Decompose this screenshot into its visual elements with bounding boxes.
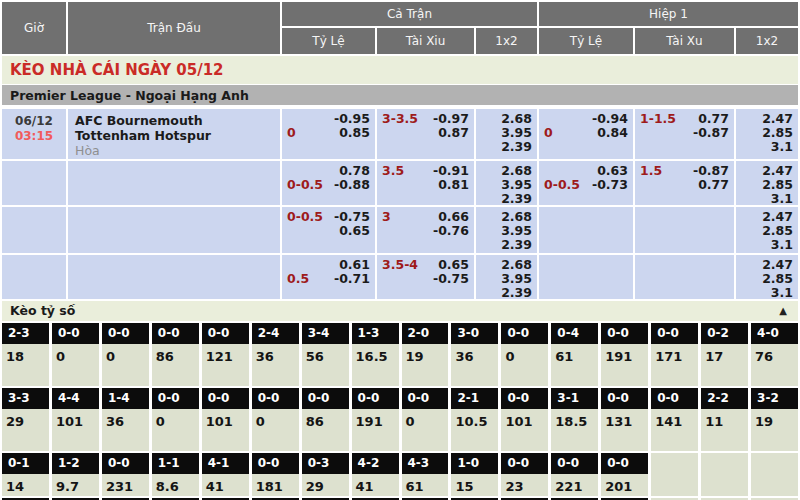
half-1x2-cell: 2.472.853.1 [736,255,798,299]
odds-1x2-value: 2.85 [741,126,793,140]
header-half-handicap: Tỷ Lệ [539,28,633,54]
half-handicap-cell: 0.630-0.5-0.73 [539,161,633,205]
handicap-value: 3-3.5 [382,112,418,126]
odds-row: 06/12 03:15 AFC Bournemouth Tottenham Ho… [2,109,798,159]
score-odds-value: 36 [451,344,498,386]
score-odds-value: 0 [52,344,99,386]
score-section-header[interactable]: Kèo tỷ số ▲ [2,301,798,321]
score-odds-value: 76 [751,344,798,386]
odds-value: 0.84 [597,126,628,140]
odds-row: 0-0.5-0.750.65 30.66-0.76 2.683.952.39 2… [2,207,798,253]
header-full-handicap: Tỷ Lệ [282,28,375,54]
score-cell: 2-1 [451,388,498,409]
score-cell: 3-0 [451,323,498,344]
full-overunder-cell: 30.66-0.76 [377,207,474,253]
full-1x2-cell: 2.683.952.39 [476,207,537,253]
odds-1x2-value: 3.1 [741,286,793,300]
score-cell: 0-0 [102,453,149,474]
odds-1x2-value: 3.95 [481,224,532,238]
odds-row: 0.780-0.5-0.88 3.5-0.910.81 2.683.952.39… [2,161,798,205]
score-odds-value: 56 [302,344,349,386]
score-cell: 4-2 [352,453,399,474]
score-cell: 0-0 [252,453,299,474]
handicap-value: 3 [382,210,391,224]
score-cell: 0-0 [501,388,548,409]
odds-value: -0.97 [433,112,469,126]
score-odds-value: 101 [501,409,548,451]
score-odds-value: 86 [152,344,199,386]
score-odds-value: 0 [152,409,199,451]
score-cell: 0-0 [202,388,249,409]
odds-value: -0.88 [334,178,370,192]
header-group-full-match: Cả Trận Tỷ Lệ Tài Xiu 1x2 [282,2,537,54]
score-odds-value: 101 [52,409,99,451]
odds-value: 0.77 [698,178,729,192]
score-cell: 0-0 [601,453,648,474]
score-odds-value: 36 [252,344,299,386]
full-handicap-cell: 0-0.5-0.750.65 [282,207,375,253]
handicap-value: 0-0.5 [287,210,323,224]
odds-1x2-value: 2.68 [481,112,532,126]
score-cell: 0-0 [402,388,449,409]
header-full-overunder: Tài Xiu [377,28,474,54]
odds-1x2-value: 3.95 [481,178,532,192]
score-odds-value: 18.5 [551,409,598,451]
odds-value: 0.77 [698,112,729,126]
score-odds-value: 41 [202,474,249,496]
odds-value: 0.65 [438,258,469,272]
score-odds-value: 0 [402,409,449,451]
full-1x2-cell: 2.683.952.39 [476,161,537,205]
half-handicap-cell [539,207,633,253]
header-match: Trận Đấu [68,2,280,54]
odds-value: -0.71 [334,272,370,286]
full-handicap-cell: 0.780-0.5-0.88 [282,161,375,205]
score-odds-value: 10.5 [451,409,498,451]
odds-value: -0.73 [592,178,628,192]
score-cell: 0-0 [651,323,698,344]
score-odds-value: 141 [651,409,698,451]
half-overunder-cell [635,255,734,299]
half-overunder-cell: 1-1.50.77-0.87 [635,109,734,159]
handicap-value: 1.5 [640,164,662,178]
odds-1x2-value: 3.1 [741,192,793,206]
odds-value: 0.78 [339,164,370,178]
half-1x2-cell: 2.472.853.1 [736,109,798,159]
odds-row: 0.610.5-0.71 3.5-40.65-0.75 2.683.952.39… [2,255,798,299]
odds-1x2-value: 2.39 [481,238,532,252]
odds-1x2-value: 2.68 [481,164,532,178]
score-cell: 0-0 [651,388,698,409]
score-odds-value: 191 [352,409,399,451]
score-odds-value: 16.5 [352,344,399,386]
collapse-arrow-icon[interactable]: ▲ [779,301,787,321]
handicap-value: 0-0.5 [544,178,580,192]
odds-value: 0.66 [438,210,469,224]
score-odds-value: 171 [651,344,698,386]
empty-time-cell [2,207,66,253]
score-cell: 3-1 [551,388,598,409]
full-overunder-cell: 3.5-0.910.81 [377,161,474,205]
match-teams-cell: AFC Bournemouth Tottenham Hotspur Hòa [68,109,280,159]
score-odds-value: 191 [601,344,648,386]
score-odds-value: 23 [501,474,548,496]
score-cell: 0-0 [252,388,299,409]
score-cell: 4-4 [52,388,99,409]
odds-1x2-value: 2.47 [741,112,793,126]
odds-1x2-value: 2.39 [481,140,532,154]
draw-label: Hòa [75,143,280,158]
league-header: Premier League - Ngoại Hạng Anh [2,84,798,107]
odds-1x2-value: 2.39 [481,192,532,206]
score-odds-value: 0 [252,409,299,451]
score-odds-value: 0 [102,344,149,386]
score-cell: 0-0 [52,323,99,344]
odds-1x2-value: 2.47 [741,164,793,178]
score-cell: 2-2 [701,388,748,409]
handicap-value: 0 [544,126,553,140]
score-grid: 2-30-00-00-00-02-43-41-32-03-00-00-40-00… [2,323,798,500]
score-odds-value [751,474,798,496]
handicap-value: 0 [287,126,296,140]
handicap-value: 0.5 [287,272,309,286]
score-cell [701,453,748,474]
score-odds-value: 19 [751,409,798,451]
score-cell: 1-0 [451,453,498,474]
score-cell: 0-0 [551,453,598,474]
